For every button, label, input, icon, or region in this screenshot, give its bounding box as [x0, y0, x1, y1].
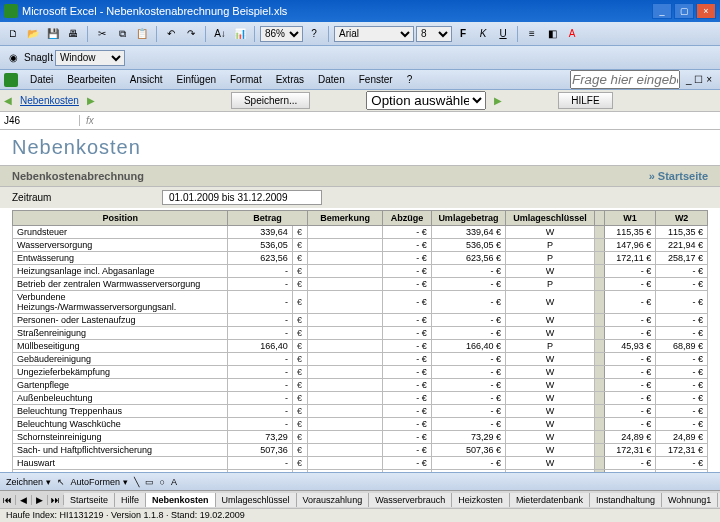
copy-icon[interactable]: ⧉: [113, 25, 131, 43]
table-row[interactable]: Hauswart-€- €- €W- €- €: [13, 457, 708, 470]
page-title: Nebenkosten: [12, 136, 708, 159]
undo-icon[interactable]: ↶: [162, 25, 180, 43]
menu-ansicht[interactable]: Ansicht: [124, 72, 169, 87]
option-select[interactable]: Option auswählen...: [366, 91, 486, 110]
line-icon[interactable]: ╲: [134, 477, 139, 487]
menu-datei[interactable]: Datei: [24, 72, 59, 87]
status-bar: Haufe Index: HI1131219 · Version 1.1.8 ·…: [0, 508, 720, 522]
cut-icon[interactable]: ✂: [93, 25, 111, 43]
table-row[interactable]: Sach- und Haftpflichtversicherung507,36€…: [13, 444, 708, 457]
table-row[interactable]: Beleuchtung Treppenhaus-€- €- €W- €- €: [13, 405, 708, 418]
table-row[interactable]: Außenbeleuchtung-€- €- €W- €- €: [13, 392, 708, 405]
drawing-toolbar: Zeichnen ▾ ↖ AutoFormen ▾ ╲ ▭ ○ A: [0, 472, 720, 490]
table-row[interactable]: Schornsteinreinigung73,29€- €73,29 €W24,…: [13, 431, 708, 444]
sheet-tab[interactable]: Startseite: [64, 493, 115, 507]
startseite-link[interactable]: » Startseite: [649, 170, 708, 182]
menu-fenster[interactable]: Fenster: [353, 72, 399, 87]
sheet-tab[interactable]: Wasserverbrauch: [369, 493, 452, 507]
nav-breadcrumb[interactable]: Nebenkosten: [20, 95, 79, 106]
period-row: Zeitraum 01.01.2009 bis 31.12.2009: [0, 187, 720, 208]
fill-color-icon[interactable]: ◧: [543, 25, 561, 43]
menu-daten[interactable]: Daten: [312, 72, 351, 87]
oval-icon[interactable]: ○: [160, 477, 165, 487]
table-row[interactable]: Beleuchtung Waschküche-€- €- €W- €- €: [13, 418, 708, 431]
period-label: Zeitraum: [12, 192, 142, 203]
table-row[interactable]: Wasserversorgung536,05€- €536,05 €P147,9…: [13, 239, 708, 252]
tab-first-icon[interactable]: ⏮: [0, 495, 16, 505]
close-button[interactable]: ×: [696, 3, 716, 19]
minimize-button[interactable]: _: [652, 3, 672, 19]
open-icon[interactable]: 📂: [24, 25, 42, 43]
table-row[interactable]: Entwässerung623,56€- €623,56 €P172,11 €2…: [13, 252, 708, 265]
align-left-icon[interactable]: ≡: [523, 25, 541, 43]
italic-icon[interactable]: K: [474, 25, 492, 43]
table-row[interactable]: Ungezieferbekämpfung-€- €- €W- €- €: [13, 366, 708, 379]
name-box[interactable]: J46: [0, 115, 80, 126]
sheet-tab[interactable]: Nebenkosten: [146, 493, 216, 507]
col-w1: W1: [604, 211, 656, 226]
standard-toolbar: 🗋 📂 💾 🖶 ✂ ⧉ 📋 ↶ ↷ A↓ 📊 86% ? Arial 8 F K…: [0, 22, 720, 46]
sheet-tab[interactable]: Wohnung1: [662, 493, 718, 507]
print-icon[interactable]: 🖶: [64, 25, 82, 43]
table-row[interactable]: Grundsteuer339,64€- €339,64 €W115,35 €11…: [13, 226, 708, 239]
menu-extras[interactable]: Extras: [270, 72, 310, 87]
menubar: Datei Bearbeiten Ansicht Einfügen Format…: [0, 70, 720, 90]
sheet-tab[interactable]: Umlageschlüssel: [216, 493, 297, 507]
arrow-icon[interactable]: ↖: [57, 477, 65, 487]
excel-doc-icon[interactable]: [4, 73, 18, 87]
sort-asc-icon[interactable]: A↓: [211, 25, 229, 43]
font-color-icon[interactable]: A: [563, 25, 581, 43]
table-row[interactable]: Gebäudereinigung-€- €- €W- €- €: [13, 353, 708, 366]
table-row[interactable]: Verbundene Heizungs-/Warmwasserversorgun…: [13, 291, 708, 314]
tab-next-icon[interactable]: ▶: [32, 495, 48, 505]
zoom-select[interactable]: 86%: [260, 26, 303, 42]
menu-hilfe[interactable]: ?: [401, 72, 419, 87]
sheet-tab[interactable]: Mieterdatenbank: [510, 493, 590, 507]
redo-icon[interactable]: ↷: [182, 25, 200, 43]
textbox-icon[interactable]: A: [171, 477, 177, 487]
menu-bearbeiten[interactable]: Bearbeiten: [61, 72, 121, 87]
chart-icon[interactable]: 📊: [231, 25, 249, 43]
snagit-label: SnagIt: [24, 52, 53, 63]
snagit-window-select[interactable]: Window: [55, 50, 125, 66]
col-betrag: Betrag: [228, 211, 308, 226]
new-icon[interactable]: 🗋: [4, 25, 22, 43]
underline-icon[interactable]: U: [494, 25, 512, 43]
fontsize-select[interactable]: 8: [416, 26, 452, 42]
maximize-button[interactable]: ▢: [674, 3, 694, 19]
autoformen-menu[interactable]: AutoFormen ▾: [71, 477, 128, 487]
rect-icon[interactable]: ▭: [145, 477, 154, 487]
paste-icon[interactable]: 📋: [133, 25, 151, 43]
tab-prev-icon[interactable]: ◀: [16, 495, 32, 505]
table-row[interactable]: Personen- oder Lastenaufzug-€- €- €W- €-…: [13, 314, 708, 327]
snagit-icon[interactable]: ◉: [4, 49, 22, 67]
table-row[interactable]: Straßenreinigung-€- €- €W- €- €: [13, 327, 708, 340]
window-titlebar: Microsoft Excel - Nebenkostenabrechnung …: [0, 0, 720, 22]
table-row[interactable]: Müllbeseitigung166,40€- €166,40 €P45,93 …: [13, 340, 708, 353]
formula-bar: J46 fx: [0, 112, 720, 130]
fx-label[interactable]: fx: [80, 115, 100, 126]
table-row[interactable]: Gartenpflege-€- €- €W- €- €: [13, 379, 708, 392]
menu-format[interactable]: Format: [224, 72, 268, 87]
ask-question-input[interactable]: [570, 70, 680, 89]
bold-icon[interactable]: F: [454, 25, 472, 43]
period-value[interactable]: 01.01.2009 bis 31.12.2009: [162, 190, 322, 205]
sheet-tab[interactable]: Hilfe: [115, 493, 146, 507]
col-bemerkung: Bemerkung: [307, 211, 382, 226]
window-title: Microsoft Excel - Nebenkostenabrechnung …: [22, 5, 652, 17]
sheet-tab[interactable]: Vorauszahlung: [297, 493, 370, 507]
zeichnen-menu[interactable]: Zeichnen ▾: [6, 477, 51, 487]
hilfe-button[interactable]: HILFE: [558, 92, 612, 109]
tab-last-icon[interactable]: ⏭: [48, 495, 64, 505]
help-icon[interactable]: ?: [305, 25, 323, 43]
col-position: Position: [13, 211, 228, 226]
sheet-tab[interactable]: Heizkosten: [452, 493, 510, 507]
menu-einfuegen[interactable]: Einfügen: [171, 72, 222, 87]
speichern-button[interactable]: Speichern...: [231, 92, 310, 109]
save-icon[interactable]: 💾: [44, 25, 62, 43]
sheet-tab[interactable]: Instandhaltung: [590, 493, 662, 507]
font-select[interactable]: Arial: [334, 26, 414, 42]
table-row[interactable]: Heizungsanlage incl. Abgasanlage-€- €- €…: [13, 265, 708, 278]
table-row[interactable]: Betrieb der zentralen Warmwasserversorgu…: [13, 278, 708, 291]
custom-navbar: ◀ Nebenkosten ▶ Speichern... Option ausw…: [0, 90, 720, 112]
